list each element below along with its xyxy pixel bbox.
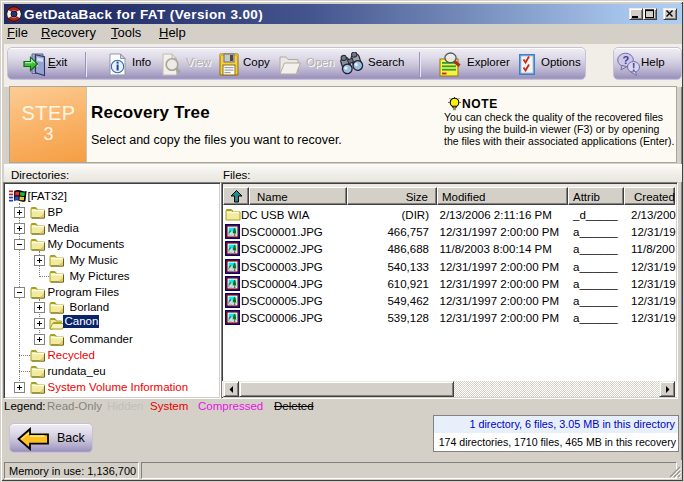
svg-text:!: ! xyxy=(632,62,635,73)
